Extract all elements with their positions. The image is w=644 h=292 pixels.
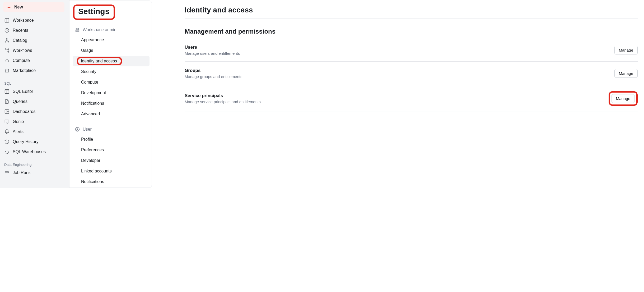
manage-button-groups[interactable]: Manage (614, 69, 638, 78)
nav-item-job-runs[interactable]: Job Runs (3, 168, 66, 178)
nav-item-label: Compute (13, 58, 30, 63)
nav-item-compute[interactable]: Compute (3, 56, 66, 66)
settings-row-groups: GroupsManage groups and entitlementsMana… (185, 62, 638, 85)
admin-icon (75, 27, 80, 33)
settings-item-usage[interactable]: Usage (73, 45, 150, 56)
settings-item-label: Identity and access (81, 59, 117, 63)
manage-button-service-principals[interactable]: Manage (612, 94, 635, 103)
settings-item-label: Development (81, 90, 106, 95)
settings-item-label: Linked accounts (81, 169, 112, 174)
settings-title-highlight: Settings (73, 4, 115, 20)
settings-sidebar: Settings Workspace adminAppearanceUsageI… (69, 1, 152, 188)
settings-item-security[interactable]: Security (73, 66, 150, 77)
settings-item-highlight: Identity and access (77, 57, 122, 65)
nav-item-genie[interactable]: Genie (3, 117, 66, 127)
settings-item-advanced[interactable]: Advanced (73, 109, 150, 119)
nav-item-recents[interactable]: Recents (3, 25, 66, 35)
clock-icon (4, 28, 10, 33)
workflow-icon (4, 48, 10, 53)
settings-item-identity-and-access[interactable]: Identity and access (73, 56, 150, 66)
settings-item-appearance[interactable]: Appearance (73, 35, 150, 45)
sql-icon (4, 89, 10, 94)
nav-item-workspace[interactable]: Workspace (3, 15, 66, 25)
nav-item-catalog[interactable]: Catalog (3, 35, 66, 45)
nav-item-label: Workflows (13, 48, 32, 53)
nav-item-label: Recents (13, 28, 28, 33)
nav-item-label: Marketplace (13, 68, 36, 73)
settings-group-label: User (83, 127, 92, 132)
nav-item-sql-editor[interactable]: SQL Editor (3, 86, 66, 97)
jobruns-icon (4, 170, 10, 175)
new-button-label: New (14, 5, 23, 10)
new-button[interactable]: ＋ New (3, 2, 64, 12)
settings-item-notifications[interactable]: Notifications (73, 176, 150, 187)
settings-item-development[interactable]: Development (73, 88, 150, 98)
history-icon (4, 139, 10, 144)
row-title: Service principals (185, 93, 261, 98)
settings-item-label: Developer (81, 158, 100, 163)
bell-icon (4, 129, 10, 134)
settings-item-label: Usage (81, 48, 93, 53)
store-icon (4, 68, 10, 73)
settings-item-linked-accounts[interactable]: Linked accounts (73, 166, 150, 176)
row-title: Groups (185, 68, 242, 73)
nav-item-sql-warehouses[interactable]: SQL Warehouses (3, 147, 66, 157)
page-title: Identity and access (185, 6, 638, 14)
settings-group-workspace-admin: Workspace admin (73, 26, 150, 34)
nav-item-workflows[interactable]: Workflows (3, 45, 66, 56)
manage-button-users[interactable]: Manage (614, 46, 638, 54)
nav-item-dashboards[interactable]: Dashboards (3, 107, 66, 117)
nav-item-query-history[interactable]: Query History (3, 137, 66, 147)
plus-icon: ＋ (6, 4, 12, 10)
settings-group-label: Workspace admin (83, 28, 116, 32)
nav-item-label: SQL Warehouses (13, 149, 46, 154)
settings-item-notifications[interactable]: Notifications (73, 98, 150, 109)
nav-item-marketplace[interactable]: Marketplace (3, 66, 66, 76)
settings-item-profile[interactable]: Profile (73, 134, 150, 145)
nav-item-label: Job Runs (13, 170, 31, 175)
settings-item-label: Notifications (81, 179, 104, 184)
hierarchy-icon (4, 38, 10, 43)
nav-item-label: Dashboards (13, 109, 35, 114)
divider (185, 19, 638, 19)
nav-group-label-sql: SQL (4, 81, 66, 85)
row-desc: Manage service principals and entitlemen… (185, 99, 261, 104)
manage-button-highlight: Manage (609, 91, 638, 106)
settings-group-user: User (73, 126, 150, 133)
nav-item-alerts[interactable]: Alerts (3, 127, 66, 137)
settings-item-developer[interactable]: Developer (73, 155, 150, 166)
nav-item-label: Workspace (13, 18, 34, 23)
user-icon (75, 127, 80, 132)
nav-group-label-data-engineering: Data Engineering (4, 163, 66, 167)
query-icon (4, 99, 10, 104)
nav-item-label: Queries (13, 99, 27, 104)
cloud-icon (4, 58, 10, 63)
settings-item-label: Notifications (81, 101, 104, 106)
settings-item-label: Appearance (81, 38, 104, 42)
dashboard-icon (4, 109, 10, 114)
settings-item-label: Preferences (81, 148, 104, 152)
row-desc: Manage users and entitlements (185, 51, 240, 56)
nav-item-label: SQL Editor (13, 89, 33, 94)
genie-icon (4, 119, 10, 124)
nav-item-queries[interactable]: Queries (3, 97, 66, 107)
nav-item-label: Catalog (13, 38, 27, 43)
nav-item-label: Genie (13, 119, 24, 124)
row-desc: Manage groups and entitlements (185, 74, 242, 79)
warehouse-icon (4, 149, 10, 154)
settings-item-compute[interactable]: Compute (73, 77, 150, 88)
nav-item-label: Alerts (13, 129, 24, 134)
settings-item-label: Security (81, 69, 96, 74)
panel-icon (4, 18, 10, 23)
primary-nav: ＋ New WorkspaceRecentsCatalogWorkflowsCo… (0, 0, 69, 188)
settings-item-label: Advanced (81, 112, 100, 116)
settings-row-users: UsersManage users and entitlementsManage (185, 38, 638, 62)
section-title: Management and permissions (185, 28, 638, 35)
settings-item-label: Profile (81, 137, 93, 142)
settings-row-service-principals: Service principalsManage service princip… (185, 85, 638, 112)
row-title: Users (185, 45, 240, 50)
main-content: Identity and access Management and permi… (152, 0, 644, 188)
settings-title: Settings (78, 7, 109, 16)
settings-item-label: Compute (81, 80, 98, 85)
settings-item-preferences[interactable]: Preferences (73, 145, 150, 155)
